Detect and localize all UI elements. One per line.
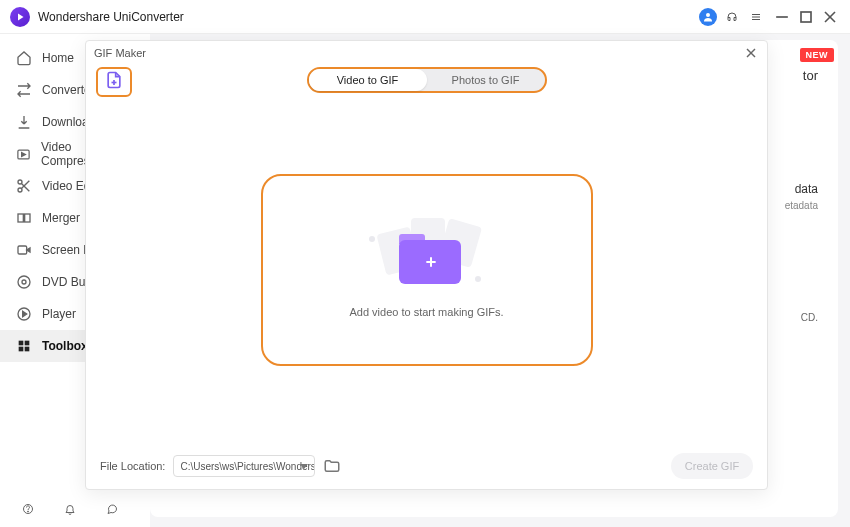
disc-icon: [16, 274, 32, 290]
tab-photos-to-gif[interactable]: Photos to GIF: [427, 69, 545, 91]
mode-tabs: Video to GIF Photos to GIF: [307, 67, 547, 93]
file-location-label: File Location:: [100, 460, 165, 472]
dialog-title: GIF Maker: [94, 47, 146, 59]
svg-point-0: [706, 13, 710, 17]
merger-icon: [16, 210, 32, 226]
bg-text: tor: [803, 68, 818, 83]
bell-icon[interactable]: [60, 499, 80, 519]
converter-icon: [16, 82, 32, 98]
sidebar-item-label: Player: [42, 307, 76, 321]
compressor-icon: [16, 146, 31, 162]
sidebar-item-label: Toolbox: [42, 339, 88, 353]
minimize-button[interactable]: [772, 7, 792, 27]
svg-rect-13: [18, 214, 23, 222]
play-icon: [16, 306, 32, 322]
scissors-icon: [16, 178, 32, 194]
bg-text: etadata: [785, 200, 818, 211]
dialog-footer: File Location: C:\Users\ws\Pictures\Wond…: [86, 443, 767, 489]
folder-illustration: [377, 222, 477, 288]
create-gif-button[interactable]: Create GIF: [671, 453, 753, 479]
sidebar-item-label: Merger: [42, 211, 80, 225]
download-icon: [16, 114, 32, 130]
svg-rect-15: [18, 246, 27, 254]
account-avatar[interactable]: [699, 8, 717, 26]
plus-icon: [423, 254, 439, 270]
feedback-icon[interactable]: [102, 499, 122, 519]
svg-rect-22: [25, 347, 30, 352]
tab-video-to-gif[interactable]: Video to GIF: [309, 69, 427, 91]
home-icon: [16, 50, 32, 66]
maximize-button[interactable]: [796, 7, 816, 27]
svg-rect-20: [25, 341, 30, 346]
recorder-icon: [16, 242, 32, 258]
gif-maker-dialog: GIF Maker Video to GIF Photos to GIF: [85, 40, 768, 490]
titlebar: Wondershare UniConverter: [0, 0, 850, 34]
drop-zone[interactable]: Add video to start making GIFs.: [261, 174, 593, 366]
svg-point-24: [28, 511, 29, 512]
help-icon[interactable]: [18, 499, 38, 519]
drop-hint-text: Add video to start making GIFs.: [349, 306, 503, 318]
new-badge: NEW: [800, 48, 835, 62]
app-logo: [10, 7, 30, 27]
svg-rect-21: [19, 347, 24, 352]
file-location-select[interactable]: C:\Users\ws\Pictures\Wondershare UniConv…: [173, 455, 315, 477]
bg-text: data: [795, 182, 818, 196]
svg-point-9: [18, 180, 22, 184]
close-button[interactable]: [743, 45, 759, 61]
toolbox-icon: [16, 338, 32, 354]
add-file-button[interactable]: [96, 67, 132, 97]
open-folder-button[interactable]: [323, 457, 341, 475]
support-icon[interactable]: [722, 7, 742, 27]
close-window-button[interactable]: [820, 7, 840, 27]
sidebar-item-label: Home: [42, 51, 74, 65]
svg-point-16: [18, 276, 30, 288]
file-location-value: C:\Users\ws\Pictures\Wondershare UniConv…: [180, 461, 315, 472]
svg-point-17: [22, 280, 26, 284]
svg-rect-5: [801, 12, 811, 22]
bg-text: CD.: [801, 312, 818, 323]
add-file-icon: [104, 69, 124, 95]
app-title: Wondershare UniConverter: [38, 10, 184, 24]
svg-rect-19: [19, 341, 24, 346]
menu-icon[interactable]: [746, 7, 766, 27]
sidebar-footer: [0, 499, 150, 519]
svg-rect-14: [25, 214, 30, 222]
svg-point-10: [18, 188, 22, 192]
